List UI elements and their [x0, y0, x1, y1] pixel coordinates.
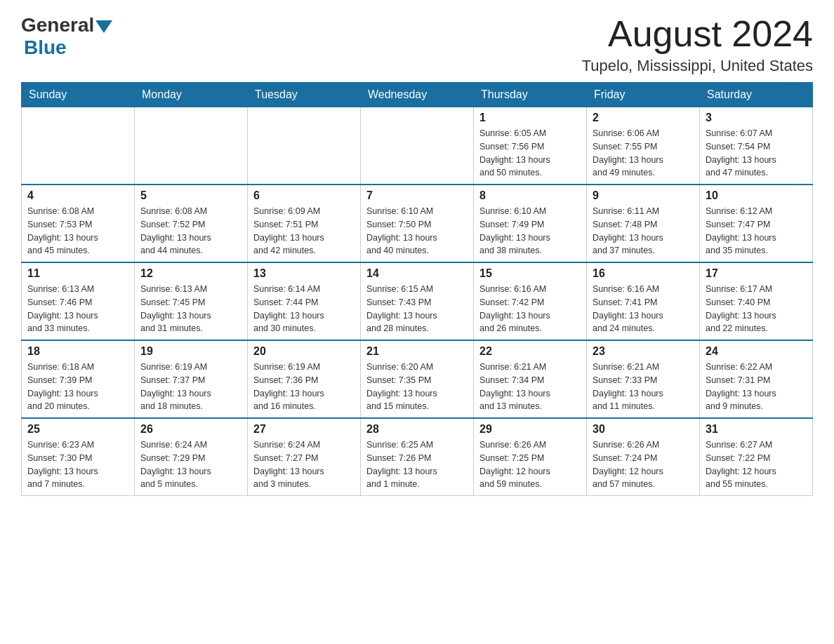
day-number: 2: [593, 112, 694, 124]
calendar-cell: 22Sunrise: 6:21 AMSunset: 7:34 PMDayligh…: [474, 340, 587, 418]
page-header: General Blue August 2024 Tupelo, Mississ…: [21, 14, 813, 75]
calendar-cell: 20Sunrise: 6:19 AMSunset: 7:36 PMDayligh…: [248, 340, 361, 418]
day-number: 22: [479, 345, 581, 358]
calendar-cell: [135, 107, 248, 185]
day-info: Sunrise: 6:09 AMSunset: 7:51 PMDaylight:…: [253, 205, 355, 257]
day-info: Sunrise: 6:25 AMSunset: 7:26 PMDaylight:…: [366, 438, 468, 491]
day-info: Sunrise: 6:08 AMSunset: 7:52 PMDaylight:…: [140, 205, 241, 257]
day-info: Sunrise: 6:23 AMSunset: 7:30 PMDaylight:…: [27, 438, 128, 491]
logo: General Blue: [21, 14, 112, 59]
calendar-cell: 11Sunrise: 6:13 AMSunset: 7:46 PMDayligh…: [22, 262, 135, 340]
weekday-header-sunday: Sunday: [22, 83, 135, 107]
calendar-cell: [248, 107, 361, 185]
calendar-cell: 13Sunrise: 6:14 AMSunset: 7:44 PMDayligh…: [248, 262, 361, 340]
calendar-cell: 18Sunrise: 6:18 AMSunset: 7:39 PMDayligh…: [22, 340, 135, 418]
day-number: 21: [366, 345, 468, 358]
day-number: 7: [366, 189, 468, 202]
calendar-cell: 23Sunrise: 6:21 AMSunset: 7:33 PMDayligh…: [587, 340, 700, 418]
day-info: Sunrise: 6:16 AMSunset: 7:41 PMDaylight:…: [593, 283, 694, 335]
day-number: 31: [706, 423, 807, 436]
logo-general: General: [21, 14, 94, 36]
logo-arrow-icon: [95, 20, 112, 33]
calendar-cell: 28Sunrise: 6:25 AMSunset: 7:26 PMDayligh…: [361, 418, 474, 496]
day-info: Sunrise: 6:26 AMSunset: 7:25 PMDaylight:…: [479, 438, 581, 491]
calendar-cell: [361, 107, 474, 185]
weekday-header-row: SundayMondayTuesdayWednesdayThursdayFrid…: [22, 83, 813, 107]
logo-text: General: [21, 14, 112, 36]
day-number: 8: [479, 189, 581, 202]
calendar-cell: 5Sunrise: 6:08 AMSunset: 7:52 PMDaylight…: [135, 185, 248, 262]
calendar-cell: 3Sunrise: 6:07 AMSunset: 7:54 PMDaylight…: [700, 107, 813, 185]
day-number: 28: [366, 423, 468, 436]
day-info: Sunrise: 6:20 AMSunset: 7:35 PMDaylight:…: [366, 361, 468, 413]
calendar-cell: 9Sunrise: 6:11 AMSunset: 7:48 PMDaylight…: [587, 185, 700, 262]
day-info: Sunrise: 6:17 AMSunset: 7:40 PMDaylight:…: [706, 283, 807, 335]
calendar-cell: 17Sunrise: 6:17 AMSunset: 7:40 PMDayligh…: [700, 262, 813, 340]
day-info: Sunrise: 6:11 AMSunset: 7:48 PMDaylight:…: [593, 205, 694, 257]
day-info: Sunrise: 6:12 AMSunset: 7:47 PMDaylight:…: [706, 205, 807, 257]
calendar-cell: 12Sunrise: 6:13 AMSunset: 7:45 PMDayligh…: [135, 262, 248, 340]
day-info: Sunrise: 6:21 AMSunset: 7:34 PMDaylight:…: [479, 361, 581, 413]
day-number: 19: [140, 345, 241, 358]
day-number: 12: [140, 267, 241, 280]
calendar-week-0: 1Sunrise: 6:05 AMSunset: 7:56 PMDaylight…: [22, 107, 813, 185]
calendar-cell: 14Sunrise: 6:15 AMSunset: 7:43 PMDayligh…: [361, 262, 474, 340]
day-number: 6: [253, 189, 355, 202]
weekday-header-friday: Friday: [587, 83, 700, 107]
weekday-header-tuesday: Tuesday: [248, 83, 361, 107]
day-info: Sunrise: 6:10 AMSunset: 7:49 PMDaylight:…: [479, 205, 581, 257]
weekday-header-thursday: Thursday: [474, 83, 587, 107]
day-info: Sunrise: 6:05 AMSunset: 7:56 PMDaylight:…: [479, 127, 581, 180]
title-area: August 2024 Tupelo, Mississippi, United …: [582, 14, 813, 75]
calendar-table: SundayMondayTuesdayWednesdayThursdayFrid…: [21, 82, 813, 496]
day-number: 16: [593, 267, 694, 280]
calendar-cell: 6Sunrise: 6:09 AMSunset: 7:51 PMDaylight…: [248, 185, 361, 262]
day-info: Sunrise: 6:24 AMSunset: 7:27 PMDaylight:…: [253, 438, 355, 491]
day-number: 13: [253, 267, 355, 280]
day-number: 25: [27, 423, 128, 436]
day-number: 14: [366, 267, 468, 280]
day-info: Sunrise: 6:14 AMSunset: 7:44 PMDaylight:…: [253, 283, 355, 335]
day-number: 29: [479, 423, 581, 436]
calendar-week-4: 25Sunrise: 6:23 AMSunset: 7:30 PMDayligh…: [22, 418, 813, 496]
calendar-cell: 4Sunrise: 6:08 AMSunset: 7:53 PMDaylight…: [22, 185, 135, 262]
day-number: 3: [706, 112, 807, 124]
day-number: 15: [479, 267, 581, 280]
day-info: Sunrise: 6:22 AMSunset: 7:31 PMDaylight:…: [706, 361, 807, 413]
weekday-header-wednesday: Wednesday: [361, 83, 474, 107]
day-info: Sunrise: 6:06 AMSunset: 7:55 PMDaylight:…: [593, 127, 694, 180]
day-number: 24: [706, 345, 807, 358]
calendar-cell: 29Sunrise: 6:26 AMSunset: 7:25 PMDayligh…: [474, 418, 587, 496]
calendar-cell: 10Sunrise: 6:12 AMSunset: 7:47 PMDayligh…: [700, 185, 813, 262]
day-number: 18: [27, 345, 128, 358]
calendar-week-2: 11Sunrise: 6:13 AMSunset: 7:46 PMDayligh…: [22, 262, 813, 340]
calendar-cell: 24Sunrise: 6:22 AMSunset: 7:31 PMDayligh…: [700, 340, 813, 418]
calendar-cell: 26Sunrise: 6:24 AMSunset: 7:29 PMDayligh…: [135, 418, 248, 496]
calendar-week-3: 18Sunrise: 6:18 AMSunset: 7:39 PMDayligh…: [22, 340, 813, 418]
day-number: 26: [140, 423, 241, 436]
calendar-cell: 21Sunrise: 6:20 AMSunset: 7:35 PMDayligh…: [361, 340, 474, 418]
day-info: Sunrise: 6:13 AMSunset: 7:45 PMDaylight:…: [140, 283, 241, 335]
day-number: 27: [253, 423, 355, 436]
calendar-cell: 15Sunrise: 6:16 AMSunset: 7:42 PMDayligh…: [474, 262, 587, 340]
day-info: Sunrise: 6:13 AMSunset: 7:46 PMDaylight:…: [27, 283, 128, 335]
day-info: Sunrise: 6:19 AMSunset: 7:36 PMDaylight:…: [253, 361, 355, 413]
calendar-cell: 30Sunrise: 6:26 AMSunset: 7:24 PMDayligh…: [587, 418, 700, 496]
day-info: Sunrise: 6:19 AMSunset: 7:37 PMDaylight:…: [140, 361, 241, 413]
day-info: Sunrise: 6:10 AMSunset: 7:50 PMDaylight:…: [366, 205, 468, 257]
day-number: 17: [706, 267, 807, 280]
calendar-cell: [22, 107, 135, 185]
day-number: 20: [253, 345, 355, 358]
calendar-week-1: 4Sunrise: 6:08 AMSunset: 7:53 PMDaylight…: [22, 185, 813, 262]
calendar-cell: 7Sunrise: 6:10 AMSunset: 7:50 PMDaylight…: [361, 185, 474, 262]
day-info: Sunrise: 6:18 AMSunset: 7:39 PMDaylight:…: [27, 361, 128, 413]
location: Tupelo, Mississippi, United States: [582, 57, 813, 75]
day-info: Sunrise: 6:27 AMSunset: 7:22 PMDaylight:…: [706, 438, 807, 491]
calendar-cell: 16Sunrise: 6:16 AMSunset: 7:41 PMDayligh…: [587, 262, 700, 340]
day-number: 10: [706, 189, 807, 202]
day-number: 5: [140, 189, 241, 202]
day-number: 30: [593, 423, 694, 436]
day-info: Sunrise: 6:08 AMSunset: 7:53 PMDaylight:…: [27, 205, 128, 257]
calendar-body: 1Sunrise: 6:05 AMSunset: 7:56 PMDaylight…: [22, 107, 813, 496]
calendar-cell: 2Sunrise: 6:06 AMSunset: 7:55 PMDaylight…: [587, 107, 700, 185]
